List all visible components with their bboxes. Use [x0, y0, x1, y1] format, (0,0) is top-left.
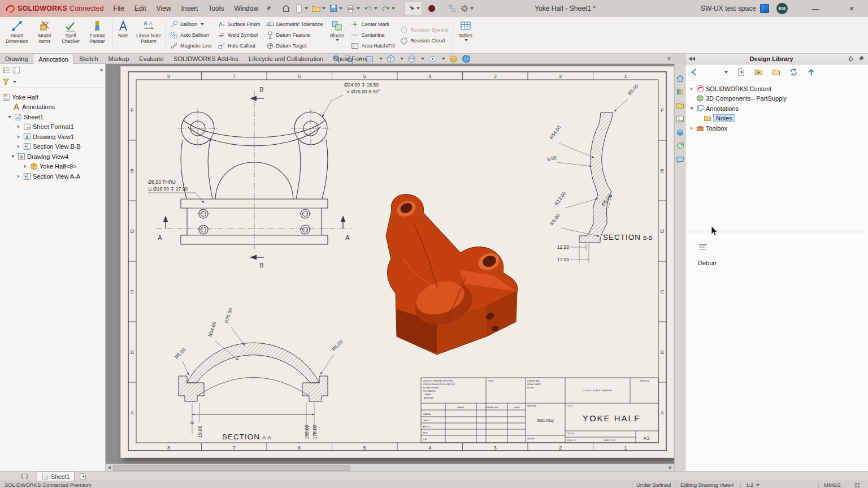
menu-tools[interactable]: Tools: [203, 0, 229, 17]
forum-tab-icon[interactable]: [676, 156, 684, 164]
view-palette-tab-icon[interactable]: [676, 115, 684, 123]
zoom-fit-icon[interactable]: [332, 55, 341, 63]
tab-solidworks-add-ins[interactable]: SOLIDWORKS Add-Ins: [168, 54, 244, 64]
pin-panel-icon[interactable]: [858, 55, 865, 62]
dl-item-annotations[interactable]: Annotations: [689, 103, 868, 114]
note-button[interactable]: Note: [114, 17, 133, 53]
close-button[interactable]: ×: [844, 2, 859, 15]
menu-view[interactable]: View: [151, 0, 176, 17]
redo-button[interactable]: [379, 2, 397, 15]
sheet-navigation-icon[interactable]: [20, 473, 29, 480]
dl-item-toolbox[interactable]: Toolbox: [689, 123, 868, 133]
tree-root-yoke-half[interactable]: Yoke Half: [0, 92, 105, 102]
pin-menu-icon[interactable]: [263, 2, 274, 15]
tree-item-annotations[interactable]: Annotations: [0, 102, 105, 113]
up-one-level-icon[interactable]: [807, 68, 815, 76]
library-item-deburr[interactable]: Deburr: [698, 243, 717, 266]
add-sheet-icon[interactable]: [79, 473, 87, 480]
section-view-icon[interactable]: [366, 55, 374, 63]
feature-tree-filter[interactable]: [0, 76, 105, 88]
add-file-location-icon[interactable]: [754, 68, 763, 76]
dl-item-solidworks-content[interactable]: SOLIDWORKS Content: [689, 84, 868, 94]
dim-bb-17-00[interactable]: 17.00: [557, 257, 570, 262]
tab-evaluate[interactable]: Evaluate: [134, 54, 168, 64]
linear-note-pattern-button[interactable]: Linear Note Pattern: [133, 17, 164, 53]
undo-button[interactable]: [362, 2, 379, 15]
panel-gear-icon[interactable]: [847, 55, 854, 63]
status-options-icon[interactable]: [854, 482, 860, 488]
menu-window[interactable]: Window: [229, 0, 263, 17]
save-button[interactable]: [327, 2, 344, 15]
zoom-area-icon[interactable]: [345, 55, 353, 63]
back-button[interactable]: [690, 68, 728, 76]
format-painter-button[interactable]: Format Painter: [84, 17, 111, 53]
tree-item-yoke-half-9[interactable]: Yoke Half<9>: [0, 162, 105, 172]
edit-appearance-icon[interactable]: [449, 55, 458, 63]
section-label-b-top[interactable]: B: [259, 86, 263, 93]
tree-item-drawing-view1[interactable]: Drawing View1: [0, 132, 105, 142]
dim-aa-159[interactable]: 159.00: [304, 425, 310, 439]
home-button[interactable]: [279, 2, 293, 15]
minimize-button[interactable]: —: [808, 2, 823, 15]
blocks-button[interactable]: Blocks: [326, 17, 348, 53]
section-label-b-bottom[interactable]: B: [259, 262, 263, 269]
sketch-settings-icon[interactable]: [446, 2, 458, 15]
open-button[interactable]: [310, 2, 327, 15]
balloon-button[interactable]: Balloon: [170, 19, 212, 30]
custom-properties-tab-icon[interactable]: [676, 142, 684, 150]
area-hatch-button[interactable]: Area Hatch/Fill: [351, 41, 394, 51]
hole-callout-button[interactable]: Hole Callout: [218, 41, 261, 51]
display-style-icon[interactable]: [407, 55, 416, 63]
tab-lifecycle-collaboration[interactable]: Lifecycle and Collaboration: [244, 54, 328, 64]
add-to-library-icon[interactable]: [737, 68, 745, 76]
drawing-sheet[interactable]: 87654321 87654321 FEDCBA FEDCBA: [120, 66, 674, 458]
apply-scene-icon[interactable]: [462, 54, 471, 63]
refresh-icon[interactable]: [789, 68, 798, 76]
appearances-tab-icon[interactable]: [676, 128, 684, 137]
dim-aa-178[interactable]: 178.00: [312, 425, 318, 439]
expand-panel-icon[interactable]: [689, 57, 696, 61]
smart-dimension-button[interactable]: Smart Dimension: [2, 17, 32, 53]
sheet-tab-sheet1[interactable]: Sheet1: [37, 472, 75, 481]
geometric-tolerance-button[interactable]: Geometric Tolerance: [266, 19, 323, 30]
avatar[interactable]: KB: [776, 3, 788, 14]
collapse-panel-icon[interactable]: [101, 68, 103, 72]
status-scale[interactable]: 1:2: [746, 482, 760, 488]
create-folder-icon[interactable]: [772, 68, 780, 76]
section-aa-suffix[interactable]: A-A: [262, 434, 272, 441]
center-mark-button[interactable]: Center Mark: [351, 19, 394, 30]
tree-item-sheet1[interactable]: Sheet1: [0, 112, 105, 122]
section-label-a-right[interactable]: A: [345, 234, 350, 241]
datum-target-button[interactable]: Datum Target: [266, 41, 323, 51]
tab-drawing[interactable]: Drawing: [0, 54, 33, 64]
file-explorer-tab-icon[interactable]: [676, 101, 684, 110]
new-document-button[interactable]: [293, 2, 310, 15]
section-bb-title[interactable]: SECTION: [603, 233, 641, 241]
design-library-tab-icon[interactable]: [676, 88, 684, 96]
status-units[interactable]: MMGS: [824, 482, 841, 488]
auto-balloon-button[interactable]: Auto Balloon: [170, 30, 212, 41]
display-pane-tab-icon[interactable]: [12, 66, 20, 74]
tab-markup[interactable]: Markup: [103, 54, 134, 64]
dim-aa-0[interactable]: 0: [189, 421, 195, 424]
surface-finish-button[interactable]: Surface Finish: [218, 19, 261, 30]
view-orientation-icon[interactable]: [387, 55, 395, 63]
menu-insert[interactable]: Insert: [176, 0, 203, 17]
model-items-button[interactable]: Model Items: [32, 17, 58, 53]
tab-sketch[interactable]: Sketch: [74, 54, 103, 64]
menu-file[interactable]: File: [108, 0, 129, 17]
weld-symbol-button[interactable]: Weld Symbol: [218, 30, 261, 41]
hide-show-items-icon[interactable]: [428, 55, 437, 63]
datum-feature-button[interactable]: Datum Feature: [266, 30, 323, 41]
dim-aa-19[interactable]: 19.00: [197, 425, 203, 438]
menu-edit[interactable]: Edit: [129, 0, 151, 17]
horizontal-scrollbar[interactable]: [106, 464, 674, 471]
revision-cloud-button[interactable]: Revision Cloud: [400, 35, 448, 46]
dl-item-notes[interactable]: Notes: [704, 114, 868, 124]
revision-symbol-button[interactable]: Revision Symbol: [400, 24, 448, 35]
select-tool-button[interactable]: [405, 2, 422, 15]
record-button[interactable]: [427, 2, 437, 15]
print-button[interactable]: [344, 2, 362, 15]
section-aa-title[interactable]: SECTION: [222, 433, 260, 441]
tree-item-drawing-view4[interactable]: Drawing View4: [0, 152, 105, 162]
